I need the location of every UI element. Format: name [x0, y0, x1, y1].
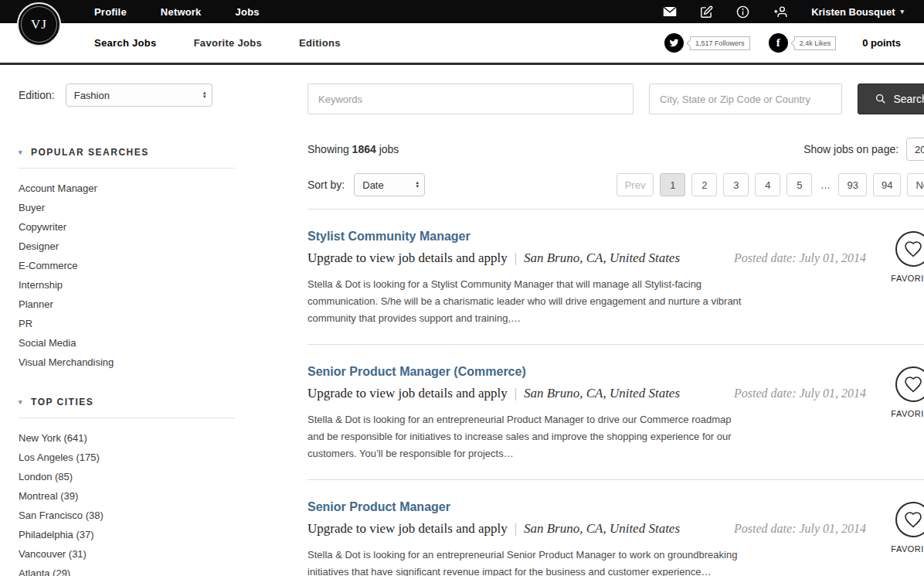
search-icon: [875, 93, 887, 105]
pagination-page-93[interactable]: 93: [838, 173, 866, 196]
nav-profile[interactable]: Profile: [94, 6, 127, 18]
favorite-button[interactable]: FAVORITE: [882, 500, 924, 576]
add-user-icon[interactable]: [773, 5, 788, 19]
site-logo[interactable]: VJ: [17, 2, 61, 46]
twitter-icon[interactable]: [664, 33, 684, 53]
social-bar: 1,517 Followers f 2.4k Likes 0 points: [664, 33, 901, 53]
list-item: Buyer: [19, 198, 235, 217]
collapse-caret-icon[interactable]: ▾: [19, 148, 23, 156]
job-title-link[interactable]: Stylist Community Manager: [307, 230, 866, 244]
favorite-button[interactable]: FAVORITE: [882, 230, 924, 327]
search-bar: Search: [307, 84, 924, 114]
collapse-caret-icon[interactable]: ▾: [19, 398, 23, 406]
per-page-select[interactable]: 20 ▲▼: [906, 138, 924, 161]
pagination-prev[interactable]: Prev: [617, 173, 654, 196]
tab-favorite-jobs[interactable]: Favorite Jobs: [194, 37, 262, 49]
top-city-link[interactable]: New York (641): [19, 428, 235, 448]
top-cities-section: ▾ TOP CITIES New York (641) Los Angeles …: [19, 397, 235, 576]
user-menu[interactable]: Kristen Bousquet ▾: [811, 6, 904, 18]
pagination-page-1[interactable]: 1: [660, 173, 685, 196]
nav-network[interactable]: Network: [161, 6, 202, 18]
list-item: Vancouver (31): [19, 544, 235, 564]
sidebar: Edition: Fashion ▲▼ ▾ POPULAR SEARCHES A…: [19, 84, 235, 576]
job-subtitle: Upgrade to view job details and apply | …: [307, 521, 866, 537]
keywords-input[interactable]: [307, 84, 634, 114]
popular-search-link[interactable]: Internship: [19, 275, 235, 295]
user-name: Kristen Bousquet: [811, 6, 895, 18]
sort-value: Date: [362, 179, 383, 191]
pagination-page-2[interactable]: 2: [691, 173, 717, 196]
popular-search-link[interactable]: Copywriter: [19, 217, 235, 237]
pagination-page-4[interactable]: 4: [755, 173, 780, 196]
results-main: Search Showing 1864 jobs Show jobs on pa…: [307, 84, 924, 576]
pagination-next[interactable]: Next: [907, 173, 924, 196]
sort-control: Sort by: Date ▲▼: [307, 173, 425, 196]
tab-search-jobs[interactable]: Search Jobs: [94, 37, 157, 49]
list-item: New York (641): [19, 428, 235, 448]
list-item: Visual Merchandising: [19, 353, 235, 372]
select-stepper-icon: ▲▼: [202, 91, 207, 99]
twitter-followers-badge: 1,517 Followers: [690, 36, 750, 50]
list-item: Account Manager: [19, 179, 235, 198]
list-item: Copywriter: [19, 217, 235, 237]
facebook-icon[interactable]: f: [769, 33, 788, 53]
favorite-label: FAVORITE: [891, 274, 924, 283]
list-item: PR: [19, 314, 235, 333]
popular-search-link[interactable]: Designer: [19, 237, 235, 256]
edition-select[interactable]: Fashion ▲▼: [66, 84, 212, 107]
pagination-page-94[interactable]: 94: [873, 173, 901, 196]
top-cities-heading: ▾ TOP CITIES: [19, 397, 235, 418]
job-body: Senior Product Manager Upgrade to view j…: [307, 500, 866, 576]
job-posted-date: Posted date: July 01, 2014: [734, 251, 866, 265]
job-description: Stella & Dot is looking for a Stylist Co…: [307, 276, 742, 327]
pagination-ellipsis: …: [818, 173, 832, 196]
popular-searches-heading: ▾ POPULAR SEARCHES: [19, 147, 235, 169]
top-city-link[interactable]: Los Angeles (175): [19, 448, 235, 467]
popular-search-link[interactable]: PR: [19, 314, 235, 333]
top-cities-title: TOP CITIES: [31, 397, 93, 407]
top-city-link[interactable]: Philadelphia (37): [19, 525, 235, 544]
popular-search-link[interactable]: Planner: [19, 295, 235, 314]
info-icon[interactable]: [736, 5, 749, 19]
popular-search-link[interactable]: Social Media: [19, 333, 235, 353]
list-item: Montreal (39): [19, 486, 235, 506]
job-upgrade-text: Upgrade to view job details and apply: [307, 386, 508, 401]
job-title-link[interactable]: Senior Product Manager (Commerce): [307, 365, 866, 379]
popular-search-link[interactable]: Account Manager: [19, 179, 235, 198]
top-city-link[interactable]: Atlanta (29): [19, 564, 235, 576]
list-item: San Francisco (38): [19, 506, 235, 525]
tab-editions[interactable]: Editions: [299, 37, 341, 49]
results-meta-row: Showing 1864 jobs Show jobs on page: 20 …: [307, 138, 924, 161]
list-item: Planner: [19, 295, 235, 314]
nav-jobs[interactable]: Jobs: [236, 6, 260, 18]
search-button-label: Search: [893, 93, 924, 105]
search-button[interactable]: Search: [858, 84, 924, 114]
location-input[interactable]: [649, 84, 842, 114]
favorite-button[interactable]: FAVORITE: [882, 365, 924, 462]
top-city-link[interactable]: San Francisco (38): [19, 506, 235, 525]
messages-icon[interactable]: [663, 6, 677, 17]
top-city-link[interactable]: Vancouver (31): [19, 544, 235, 564]
job-title-link[interactable]: Senior Product Manager: [307, 500, 866, 514]
popular-searches-section: ▾ POPULAR SEARCHES Account Manager Buyer…: [19, 147, 235, 372]
edition-select-value: Fashion: [74, 90, 110, 101]
job-body: Stylist Community Manager Upgrade to vie…: [307, 230, 866, 327]
sort-select[interactable]: Date ▲▼: [354, 173, 425, 196]
top-city-link[interactable]: Montreal (39): [19, 486, 235, 506]
job-upgrade-text: Upgrade to view job details and apply: [307, 251, 508, 266]
popular-searches-list: Account Manager Buyer Copywriter Designe…: [19, 179, 235, 372]
job-location: San Bruno, CA, United States: [524, 251, 680, 266]
popular-search-link[interactable]: Buyer: [19, 198, 235, 217]
compose-icon[interactable]: [700, 5, 713, 19]
jobs-tabs: Search Jobs Favorite Jobs Editions: [94, 37, 341, 49]
chevron-down-icon: ▾: [900, 8, 904, 15]
pagination-page-5[interactable]: 5: [786, 173, 812, 196]
jobs-list: Stylist Community Manager Upgrade to vie…: [307, 209, 924, 576]
facebook-likes-badge: 2.4k Likes: [794, 36, 837, 50]
popular-search-link[interactable]: Visual Merchandising: [19, 353, 235, 372]
pagination-page-3[interactable]: 3: [723, 173, 749, 196]
sort-pagination-row: Sort by: Date ▲▼ Prev 1 2 3 4 5 … 93 94 …: [307, 173, 924, 196]
edition-row: Edition: Fashion ▲▼: [19, 84, 235, 107]
popular-search-link[interactable]: E-Commerce: [19, 256, 235, 275]
top-city-link[interactable]: London (85): [19, 467, 235, 486]
